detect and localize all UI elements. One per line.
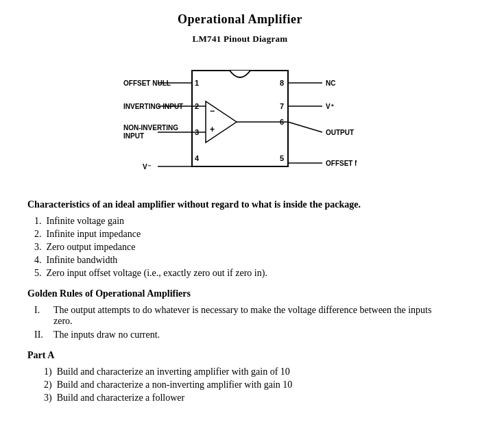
list-item: 2) Build and characterize a non-invertin… bbox=[44, 379, 453, 390]
list-item: 5. Zero input offset voltage (i.e., exac… bbox=[34, 268, 453, 279]
svg-text:1: 1 bbox=[195, 79, 199, 87]
svg-text:+: + bbox=[210, 125, 215, 134]
part-a-heading: Part A bbox=[27, 350, 453, 361]
golden-rules-list: I. The output attempts to do whatever is… bbox=[27, 305, 453, 340]
svg-text:2: 2 bbox=[195, 102, 199, 110]
characteristics-heading: Characteristics of an ideal amplifier wi… bbox=[27, 199, 453, 210]
list-item: 3. Zero output impedance bbox=[34, 242, 453, 253]
svg-text:NON-INVERTING: NON-INVERTING bbox=[123, 124, 178, 132]
list-item: I. The output attempts to do whatever is… bbox=[34, 305, 453, 327]
list-item: 2. Infinite input impedance bbox=[34, 229, 453, 240]
characteristics-list: 1. Infinite voltage gain 2. Infinite inp… bbox=[27, 216, 453, 279]
list-item: 3) Build and characterize a follower bbox=[44, 393, 453, 403]
svg-text:7: 7 bbox=[280, 102, 284, 110]
list-item: 1. Infinite voltage gain bbox=[34, 216, 453, 227]
list-item: 4. Infinite bandwidth bbox=[34, 255, 453, 266]
diagram-section: LM741 Pinout Diagram + − bbox=[27, 34, 453, 187]
golden-rules-section: Golden Rules of Operational Amplifiers I… bbox=[27, 288, 453, 340]
characteristics-section: Characteristics of an ideal amplifier wi… bbox=[27, 199, 453, 279]
svg-text:NC: NC bbox=[326, 79, 335, 87]
svg-text:−: − bbox=[210, 106, 215, 116]
part-a-section: Part A 1) Build and characterize an inve… bbox=[27, 350, 453, 403]
svg-text:8: 8 bbox=[280, 79, 284, 87]
list-item: II. The inputs draw no current. bbox=[34, 329, 453, 340]
svg-text:INVERTING INPUT: INVERTING INPUT bbox=[123, 103, 183, 110]
part-a-list: 1) Build and characterize an inverting a… bbox=[27, 366, 453, 403]
pinout-diagram: + − 1 2 3 bbox=[123, 50, 357, 187]
svg-text:INPUT: INPUT bbox=[123, 132, 144, 140]
svg-text:OFFSET NULL: OFFSET NULL bbox=[123, 79, 171, 87]
svg-text:OFFSET NULL: OFFSET NULL bbox=[326, 160, 357, 167]
svg-text:4: 4 bbox=[195, 154, 200, 162]
svg-text:5: 5 bbox=[280, 154, 284, 162]
svg-text:V⁺: V⁺ bbox=[326, 103, 335, 110]
page-title: Operational Amplifier bbox=[27, 12, 453, 27]
svg-text:3: 3 bbox=[195, 128, 199, 136]
svg-text:V⁻: V⁻ bbox=[143, 163, 152, 171]
diagram-title: LM741 Pinout Diagram bbox=[193, 34, 288, 45]
svg-line-12 bbox=[288, 122, 322, 132]
svg-text:6: 6 bbox=[280, 118, 284, 126]
golden-rules-heading: Golden Rules of Operational Amplifiers bbox=[27, 288, 453, 299]
svg-text:OUTPUT: OUTPUT bbox=[326, 129, 354, 136]
list-item: 1) Build and characterize an inverting a… bbox=[44, 366, 453, 377]
